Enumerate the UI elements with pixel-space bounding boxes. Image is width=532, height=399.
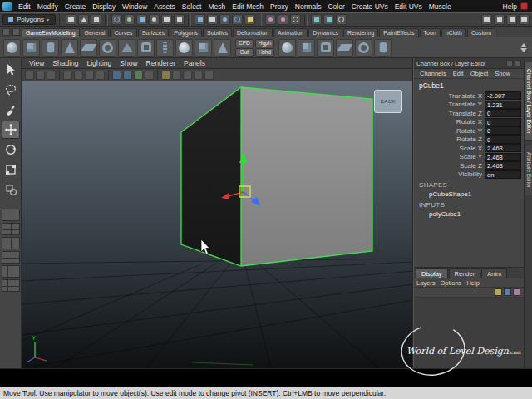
shelf-tab-general[interactable]: General <box>81 28 110 37</box>
shelf-tab-options-icon[interactable] <box>2 28 10 36</box>
new-layer-icon[interactable] <box>495 288 502 296</box>
multilister-icon[interactable] <box>194 71 203 80</box>
time-slider-area[interactable] <box>0 368 532 387</box>
shelf-tab-surfaces[interactable]: Surfaces <box>138 28 170 37</box>
select-component-icon[interactable] <box>136 14 147 25</box>
cb-menu-show[interactable]: Show <box>491 70 514 77</box>
select-mask-point-icon[interactable] <box>149 14 160 25</box>
snap-grid-icon[interactable] <box>195 14 205 25</box>
panel-menu-renderer[interactable]: Renderer <box>142 59 180 67</box>
shelf-icon-poly-pipe[interactable] <box>137 39 155 57</box>
cb-menu-channels[interactable]: Channels <box>416 70 450 77</box>
snap-point-icon[interactable] <box>219 14 230 25</box>
select-object-icon[interactable] <box>124 14 135 25</box>
menu-create[interactable]: Create <box>62 2 90 11</box>
menu-create-uvs[interactable]: Create UVs <box>348 2 392 11</box>
channel-label[interactable]: Scale Y <box>417 153 485 160</box>
menu-edit[interactable]: Edit <box>15 2 34 11</box>
layer-tab-anim[interactable]: Anim <box>481 268 507 278</box>
shelf-icon-bridge[interactable] <box>336 39 353 57</box>
channel-box-pin-icon[interactable] <box>506 60 513 66</box>
xray-icon[interactable] <box>172 71 181 80</box>
menu-muscle[interactable]: Muscle <box>426 2 455 11</box>
shelf-icon-poly-helix[interactable] <box>156 39 174 57</box>
render-icon[interactable] <box>311 14 322 25</box>
select-tool-icon[interactable] <box>2 61 20 79</box>
select-mask-line-icon[interactable] <box>161 14 172 25</box>
channel-value-field[interactable]: 0 <box>485 135 521 144</box>
rotate-tool-icon[interactable] <box>2 140 20 159</box>
menu-edit-uvs[interactable]: Edit UVs <box>392 2 426 11</box>
channel-label[interactable]: Rotate Z <box>417 135 485 143</box>
shelf-tab-subdivs[interactable]: Subdivs <box>203 28 232 37</box>
render-settings-icon[interactable] <box>336 14 347 25</box>
shelf-icon-smooth[interactable] <box>278 39 296 57</box>
shelf-tab-toon[interactable]: Toon <box>420 28 441 37</box>
layer-menu-help[interactable]: Help <box>466 279 479 287</box>
shelf-tab-custom[interactable]: Custom <box>467 28 495 37</box>
snap-curve-icon[interactable] <box>207 14 218 25</box>
new-layer-selected-icon[interactable] <box>504 288 511 296</box>
cb-menu-edit[interactable]: Edit <box>450 70 467 77</box>
layer-menu-options[interactable]: Options <box>441 279 462 287</box>
make-live-icon[interactable] <box>244 14 255 25</box>
paint-select-tool-icon[interactable] <box>2 101 20 119</box>
shelf-icon-bevel[interactable] <box>317 39 334 57</box>
sidebar-attributeeditor-toggle-icon[interactable] <box>506 14 517 25</box>
channel-value-field[interactable]: 1.231 <box>485 101 521 109</box>
maya-app-icon[interactable] <box>2 2 12 11</box>
shelf-button-cpd[interactable]: CPD <box>235 39 254 47</box>
isolate-select-icon[interactable] <box>161 71 170 80</box>
ipr-render-icon[interactable] <box>323 14 334 25</box>
layer-tab-display[interactable]: Display <box>416 268 448 278</box>
textured-mode-icon[interactable] <box>134 71 143 80</box>
shelf-tab-polygons[interactable]: Polygons <box>170 28 202 37</box>
channel-label[interactable]: Scale X <box>417 145 485 152</box>
shaded-mode-icon[interactable] <box>123 71 132 80</box>
shelf-icon-poly-torus[interactable] <box>99 39 116 57</box>
shelf-icon-extrude[interactable] <box>298 39 315 57</box>
menu-select[interactable]: Select <box>179 2 205 11</box>
snap-surface-icon[interactable] <box>232 14 243 25</box>
film-gate-icon[interactable] <box>74 71 83 80</box>
object-name[interactable]: pCube1 <box>417 81 521 91</box>
channel-value-field[interactable]: 0 <box>485 126 521 135</box>
panel-menu-view[interactable]: View <box>25 59 48 67</box>
camera-select-icon[interactable] <box>25 71 34 80</box>
shelf-tab-dynamics[interactable]: Dynamics <box>308 28 342 37</box>
shelf-icon-merge[interactable] <box>355 39 372 57</box>
channel-value-field[interactable]: 2.463 <box>485 161 521 170</box>
field-entry-icon[interactable] <box>481 14 492 25</box>
pcube1-mesh[interactable] <box>181 87 372 266</box>
status-separator[interactable] <box>188 14 191 26</box>
menu-edit-mesh[interactable]: Edit Mesh <box>229 2 267 11</box>
input-node-name[interactable]: polyCube1 <box>417 209 521 219</box>
lasso-tool-icon[interactable] <box>2 81 20 99</box>
shelf-icon-poly-plane[interactable] <box>80 39 97 57</box>
shelf-icon-split[interactable] <box>374 39 392 57</box>
menu-window[interactable]: Window <box>119 2 150 11</box>
sidebar-tab-channel-box[interactable]: Channel Box / Layer Editor <box>525 62 532 141</box>
shelf-tab-ncloth[interactable]: nCloth <box>441 28 466 37</box>
shelf-icon-poly-cylinder[interactable] <box>42 39 59 57</box>
open-scene-icon[interactable] <box>78 14 89 25</box>
layout-two-pane-stacked-button[interactable] <box>2 251 20 264</box>
output-connections-icon[interactable] <box>278 14 288 25</box>
layer-list[interactable] <box>414 298 524 368</box>
channel-value-field[interactable]: on <box>485 170 521 179</box>
channel-box-options-icon[interactable] <box>515 60 521 66</box>
channel-label[interactable]: Translate Y <box>417 101 485 108</box>
channel-label[interactable]: Visibility <box>417 170 485 178</box>
channel-value-field[interactable]: -2.007 <box>485 91 521 100</box>
layer-menu-layers[interactable]: Layers <box>416 279 436 287</box>
grid-toggle-icon[interactable] <box>63 71 72 80</box>
panel-menu-lighting[interactable]: Lighting <box>82 59 116 67</box>
panel-menu-show[interactable]: Show <box>116 59 141 67</box>
sidebar-toolsettings-toggle-icon[interactable] <box>519 14 530 25</box>
channel-label[interactable]: Rotate Y <box>417 127 485 135</box>
status-separator[interactable] <box>304 14 308 26</box>
shelf-menu-icon[interactable] <box>12 28 20 36</box>
layout-single-pane-button[interactable] <box>2 209 20 221</box>
new-layer-empty-icon[interactable] <box>513 288 520 296</box>
menu-display[interactable]: Display <box>89 2 119 11</box>
